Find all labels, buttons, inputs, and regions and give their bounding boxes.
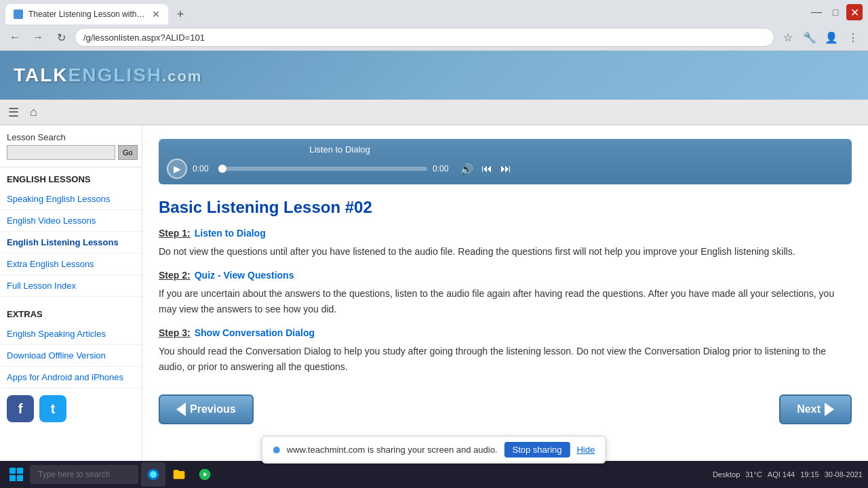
tab-favicon <box>14 9 23 19</box>
rewind-button[interactable]: ⏮ <box>480 161 494 176</box>
step3-label: Step 3: <box>159 327 191 338</box>
sidebar-item-extra[interactable]: Extra English Lessons <box>0 253 142 275</box>
new-tab-button[interactable]: + <box>171 5 190 24</box>
taskbar-right: Desktop 31°C AQI 144 19:15 30-08-2021 <box>713 470 863 479</box>
browser-tab[interactable]: Theater Listening Lesson with A... ✕ <box>5 4 168 24</box>
taskbar-apps <box>141 462 710 487</box>
step2-description: If you are uncertain about the answers t… <box>159 286 852 317</box>
current-time: 0:00 <box>193 164 213 174</box>
next-arrow-icon <box>825 403 834 416</box>
site-header: TALKENGLISH.com <box>0 51 868 100</box>
play-button[interactable]: ▶ <box>167 159 187 179</box>
start-button[interactable] <box>5 464 27 485</box>
prev-arrow-icon <box>176 403 186 416</box>
sidebar: Lesson Search Go ENGLISH LESSONS Speakin… <box>0 125 142 488</box>
step2-row: Step 2: Quiz - View Questions <box>159 270 852 281</box>
lesson-title: Basic Listening Lesson #02 <box>159 198 852 217</box>
step2-label: Step 2: <box>159 270 191 281</box>
maximize-button[interactable]: □ <box>827 4 844 20</box>
forward-button[interactable]: → <box>28 28 47 47</box>
next-label: Next <box>797 403 821 415</box>
step1-link[interactable]: Listen to Dialog <box>195 228 266 239</box>
lessons-section-title: ENGLISH LESSONS <box>0 167 142 188</box>
screen-share-notification: www.teachmint.com is sharing your screen… <box>262 436 606 464</box>
step1-label: Step 1: <box>159 228 191 239</box>
extensions-button[interactable]: 🔧 <box>800 28 819 47</box>
progress-bar[interactable] <box>218 167 427 171</box>
hide-button[interactable]: Hide <box>576 445 595 455</box>
desktop-label: Desktop <box>713 470 740 479</box>
previous-button[interactable]: Previous <box>159 394 254 424</box>
sidebar-item-speaking[interactable]: Speaking English Lessons <box>0 188 142 210</box>
step3-row: Step 3: Show Conversation Dialog <box>159 327 852 338</box>
step1-row: Step 1: Listen to Dialog <box>159 228 852 239</box>
screen-share-message: www.teachmint.com is sharing your screen… <box>287 445 498 455</box>
previous-label: Previous <box>190 403 236 415</box>
player-title: Listen to Dialog <box>167 144 513 155</box>
volume-button[interactable]: 🔊 <box>458 161 475 177</box>
toolbar: ☰ ⌂ <box>0 100 868 125</box>
menu-icon[interactable]: ☰ <box>5 104 22 121</box>
window-controls: — □ ✕ <box>808 4 863 20</box>
fast-forward-button[interactable]: ⏭ <box>499 161 513 176</box>
tab-close-button[interactable]: ✕ <box>152 9 160 20</box>
extras-section-title: EXTRAS <box>0 302 142 323</box>
minimize-button[interactable]: — <box>808 4 825 20</box>
address-text: /g/lessonlisten.aspx?ALID=101 <box>83 33 205 43</box>
search-label: Lesson Search <box>7 132 135 142</box>
social-icons-section: f t <box>0 388 142 429</box>
sidebar-item-articles[interactable]: English Speaking Articles <box>0 323 142 345</box>
sidebar-item-full-index[interactable]: Full Lesson Index <box>0 275 142 297</box>
twitter-icon[interactable]: t <box>39 395 66 422</box>
step3-description: You should read the Conversation Dialog … <box>159 344 852 374</box>
step3-link[interactable]: Show Conversation Dialog <box>195 327 315 338</box>
svg-rect-2 <box>9 475 16 481</box>
taskbar-app-edge[interactable] <box>141 462 165 487</box>
svg-rect-1 <box>17 468 23 474</box>
sidebar-item-apps[interactable]: Apps for Android and iPhones <box>0 367 142 388</box>
aqi: AQI 144 <box>768 470 795 479</box>
main-content: Listen to Dialog ▶ 0:00 0:00 🔊 ⏮ ⏭ <box>142 125 868 488</box>
share-indicator <box>273 447 280 453</box>
close-window-button[interactable]: ✕ <box>846 4 863 20</box>
tab-title: Theater Listening Lesson with A... <box>28 9 146 19</box>
home-icon[interactable]: ⌂ <box>27 104 40 121</box>
svg-rect-3 <box>17 475 23 481</box>
sidebar-item-listening[interactable]: English Listening Lessons <box>0 232 142 253</box>
search-input[interactable] <box>7 145 115 160</box>
audio-player: Listen to Dialog ▶ 0:00 0:00 🔊 ⏮ ⏭ <box>159 139 852 184</box>
clock-date: 30-08-2021 <box>825 470 863 479</box>
taskbar-app-music[interactable] <box>193 462 217 487</box>
back-button[interactable]: ← <box>5 28 24 47</box>
progress-thumb <box>218 165 226 173</box>
facebook-icon[interactable]: f <box>7 395 34 422</box>
total-time: 0:00 <box>433 164 453 174</box>
address-bar[interactable]: /g/lessonlisten.aspx?ALID=101 <box>75 28 774 47</box>
bookmark-button[interactable]: ☆ <box>778 28 797 47</box>
refresh-button[interactable]: ↻ <box>52 28 71 47</box>
lesson-search-section: Lesson Search Go <box>0 125 142 167</box>
temperature: 31°C <box>745 470 762 479</box>
sidebar-item-download[interactable]: Download Offline Version <box>0 345 142 367</box>
site-logo: TALKENGLISH.com <box>14 64 202 86</box>
search-button[interactable]: Go <box>118 145 138 160</box>
menu-button[interactable]: ⋮ <box>844 28 863 47</box>
taskbar-app-folder[interactable] <box>167 462 191 487</box>
taskbar-search[interactable] <box>30 465 138 484</box>
stop-sharing-button[interactable]: Stop sharing <box>504 442 570 458</box>
step2-link[interactable]: Quiz - View Questions <box>195 270 294 281</box>
taskbar: Desktop 31°C AQI 144 19:15 30-08-2021 <box>0 461 868 488</box>
sidebar-item-video[interactable]: English Video Lessons <box>0 210 142 232</box>
clock-time: 19:15 <box>800 470 819 479</box>
step1-description: Do not view the questions until after yo… <box>159 244 852 259</box>
svg-rect-0 <box>9 468 16 474</box>
next-button[interactable]: Next <box>779 394 852 424</box>
navigation-buttons: Previous Next <box>159 388 852 431</box>
profile-button[interactable]: 👤 <box>822 28 841 47</box>
